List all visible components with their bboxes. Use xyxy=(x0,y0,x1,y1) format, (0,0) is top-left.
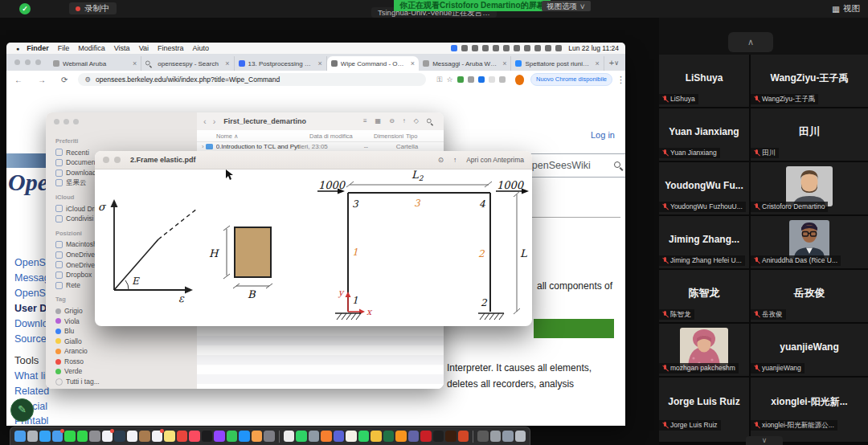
dock-apple-tv[interactable] xyxy=(202,431,213,442)
dock-pages[interactable] xyxy=(346,431,357,442)
group-icon[interactable]: ⊖ xyxy=(389,117,395,126)
menu-modifica[interactable]: Modifica xyxy=(78,44,105,52)
participant-tile[interactable]: mozhgan pakcheshm xyxy=(659,324,749,376)
window-controls[interactable] xyxy=(54,119,79,125)
reload-button[interactable]: ⟳ xyxy=(61,76,68,84)
close-tab-icon[interactable]: × xyxy=(133,59,137,67)
dock-app-store[interactable] xyxy=(239,431,250,442)
extension-icon[interactable] xyxy=(457,76,464,83)
open-with-preview-button[interactable]: Apri con Anteprima xyxy=(466,156,524,164)
forward-button[interactable]: → xyxy=(38,76,46,84)
tab-postprocessing-modules[interactable]: 13. Postprocessing Modules × xyxy=(235,56,327,71)
dock-siri[interactable] xyxy=(264,431,275,442)
dock-terminal[interactable] xyxy=(433,431,444,442)
participant-tile[interactable]: LiShuya LiShuya xyxy=(659,55,749,107)
dock-safari[interactable] xyxy=(39,431,51,442)
zoom-window-icon[interactable] xyxy=(73,119,79,125)
recording-indicator[interactable]: 录制中 xyxy=(69,2,117,14)
tab-spettatore-riunione[interactable]: Spettatore post riunione - Z... × xyxy=(511,56,604,71)
view-button[interactable]: ▦ 视图 xyxy=(832,3,860,14)
dock-powerpoint[interactable] xyxy=(458,431,469,442)
participant-tile[interactable]: Cristoforo Demartino xyxy=(751,162,868,214)
forward-button[interactable]: › xyxy=(213,116,216,126)
profile-avatar[interactable] xyxy=(515,75,525,85)
tag-rosso[interactable]: Rosso xyxy=(55,357,118,367)
dock-acrobat[interactable] xyxy=(420,431,432,442)
participant-tile[interactable]: 陈智龙 陈智龙 xyxy=(659,270,749,322)
tab-openseespy-search[interactable]: openseespy - Search × xyxy=(141,56,234,71)
zoom-window-icon[interactable] xyxy=(35,59,41,65)
apple-menu-icon[interactable]: ● xyxy=(16,46,19,51)
close-window-icon[interactable] xyxy=(103,157,109,163)
dock-teams[interactable] xyxy=(408,431,420,442)
chrome-menu-icon[interactable]: ⋮ xyxy=(616,75,625,85)
menu-finestra[interactable]: Finestra xyxy=(158,44,184,52)
sidebar-link-related-changes[interactable]: Related xyxy=(14,386,49,397)
close-tab-icon[interactable]: × xyxy=(502,59,506,67)
window-controls[interactable] xyxy=(14,59,41,65)
search-icon[interactable] xyxy=(614,161,623,170)
chrome-update-pill[interactable]: Nuovo Chrome disponibile xyxy=(530,73,612,86)
dock-mail[interactable] xyxy=(52,431,63,442)
tag-arancio[interactable]: Arancio xyxy=(55,346,118,357)
back-button[interactable]: ← xyxy=(14,76,23,84)
dock-messages[interactable] xyxy=(77,431,88,442)
participant-tile[interactable]: 岳孜俊 岳孜俊 xyxy=(751,270,868,322)
spotlight-icon[interactable] xyxy=(534,45,541,51)
participant-tile[interactable]: Yuan Jianxiang Yuan Jianxiang xyxy=(659,108,749,161)
participant-tile[interactable]: WangZiyu-王子禹 WangZiyu-王子禹 xyxy=(751,55,868,107)
dock-chrome[interactable] xyxy=(177,431,188,442)
user-switch-icon[interactable] xyxy=(555,45,562,51)
participant-tile[interactable]: 田川 田川 xyxy=(751,108,868,161)
keyboard-icon[interactable] xyxy=(503,45,510,51)
sidebar-link-download[interactable]: Downlo xyxy=(14,318,48,329)
menu-vai[interactable]: Vai xyxy=(139,44,149,52)
input-source-icon[interactable] xyxy=(451,45,457,51)
menu-file[interactable]: File xyxy=(58,44,70,52)
tab-webmail-aruba[interactable]: Webmail Aruba × xyxy=(49,56,141,71)
dock-downloads[interactable] xyxy=(490,431,502,442)
mic-status-icon[interactable] xyxy=(472,45,478,51)
dock-music[interactable] xyxy=(189,431,200,442)
dock-trash[interactable] xyxy=(515,431,526,442)
dock-documents-folder[interactable] xyxy=(502,431,514,442)
tag-giallo[interactable]: Giallo xyxy=(55,337,118,347)
bluetooth-icon[interactable] xyxy=(461,45,468,51)
dock-displays[interactable] xyxy=(114,431,125,442)
back-button[interactable]: ‹ xyxy=(203,116,207,126)
password-key-icon[interactable]: ⚿ xyxy=(437,76,443,84)
zoom-icon[interactable]: ⊙ xyxy=(438,156,444,164)
close-tab-icon[interactable]: × xyxy=(595,59,599,67)
dock-keychain[interactable] xyxy=(89,431,100,442)
column-tipo[interactable]: Tipo xyxy=(406,133,417,140)
dock-finder[interactable] xyxy=(14,431,26,442)
tag-tutti[interactable]: Tutti i tag... xyxy=(55,377,118,387)
dock-reminders[interactable] xyxy=(152,431,163,442)
extension-icon[interactable] xyxy=(489,76,495,83)
tab-search-caret-icon[interactable]: ∨ xyxy=(614,59,619,67)
fullscreen-icon[interactable] xyxy=(114,157,121,163)
tag-blu[interactable]: Blu xyxy=(55,326,118,337)
dock-notes[interactable] xyxy=(164,431,175,442)
disclosure-icon[interactable]: › xyxy=(202,143,204,150)
dock-illustrator[interactable] xyxy=(445,431,457,442)
menu-vista[interactable]: Vista xyxy=(114,44,130,52)
tag-verde[interactable]: Verde xyxy=(55,366,118,377)
dock-excel[interactable] xyxy=(383,431,395,442)
dock-firefox[interactable] xyxy=(321,431,332,442)
dock-texshop[interactable] xyxy=(284,431,295,442)
participant-tile[interactable]: Jiming Zhang... Jiming Zhang Hefei U... xyxy=(659,216,749,268)
close-window-icon[interactable] xyxy=(54,119,59,125)
menu-aiuto[interactable]: Aiuto xyxy=(193,44,210,52)
control-center-icon[interactable] xyxy=(545,45,551,51)
dock-launchpad[interactable] xyxy=(27,431,39,442)
participant-tile[interactable]: Jorge Luis Ruiz Jorge Luis Ruiz xyxy=(659,378,749,442)
wifi-icon[interactable] xyxy=(524,45,530,51)
grid-view-icon[interactable]: ▦ xyxy=(375,117,382,126)
dock-photos[interactable] xyxy=(127,431,138,442)
share-icon[interactable]: ↑ xyxy=(453,156,457,164)
close-window-icon[interactable] xyxy=(14,59,20,65)
participant-tile[interactable]: Aniruddha Das (Rice U... xyxy=(751,216,868,268)
dock-matlab[interactable] xyxy=(371,431,382,442)
menu-finder[interactable]: Finder xyxy=(27,44,49,52)
